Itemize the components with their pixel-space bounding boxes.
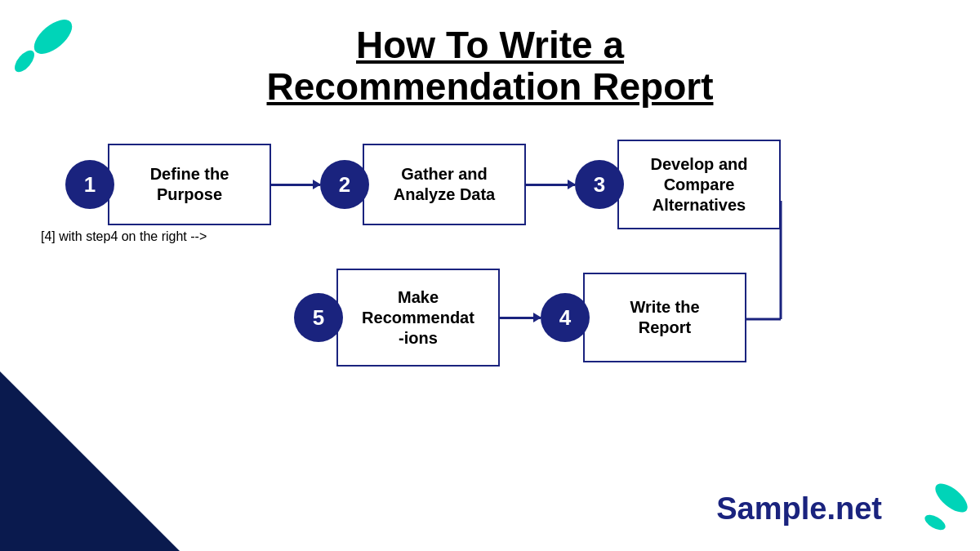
flow-row-1: 1 Define thePurpose 2 Gather andAnalyze … [65, 140, 939, 229]
step-4-item: 4 Write theReport [541, 273, 746, 362]
decorative-leaves-top-left [8, 8, 74, 73]
step-1-item: 1 Define thePurpose [65, 144, 271, 225]
svg-point-3 [922, 512, 947, 533]
step-2-item: 2 Gather andAnalyze Data [320, 144, 526, 225]
svg-point-0 [29, 13, 78, 60]
title-container: How To Write a Recommendation Report [0, 0, 980, 123]
flow-diagram: 1 Define thePurpose 2 Gather andAnalyze … [41, 140, 939, 367]
step-4-box: Write theReport [583, 273, 746, 362]
connector-1-2 [271, 184, 320, 186]
title-line2: Recommendation Report [0, 66, 980, 108]
step-4-circle: 4 [541, 293, 590, 342]
step-1-circle: 1 [65, 160, 114, 209]
step-3-circle: 3 [575, 160, 624, 209]
step-5-box: MakeRecommendat-ions [336, 269, 500, 367]
step-1-box: Define thePurpose [108, 144, 271, 225]
step-3-box: Develop andCompareAlternatives [617, 140, 781, 229]
step-5-item: 5 MakeRecommendat-ions [294, 269, 500, 367]
step-3-item: 3 Develop andCompareAlternatives [575, 140, 781, 229]
flow-row-2: 5 MakeRecommendat-ions 4 Write theReport [294, 269, 939, 367]
connector-2-3 [526, 184, 575, 186]
step-2-circle: 2 [320, 160, 369, 209]
connector-5-4 [500, 317, 541, 319]
svg-point-1 [11, 47, 38, 76]
title-line1: How To Write a [0, 24, 980, 66]
step-2-box: Gather andAnalyze Data [363, 144, 526, 225]
decorative-leaves-bottom-right [915, 478, 972, 535]
step-5-circle: 5 [294, 293, 343, 342]
decorative-triangle-bottom-left [0, 371, 180, 551]
svg-point-2 [931, 478, 973, 518]
watermark: Sample.net [716, 491, 882, 527]
